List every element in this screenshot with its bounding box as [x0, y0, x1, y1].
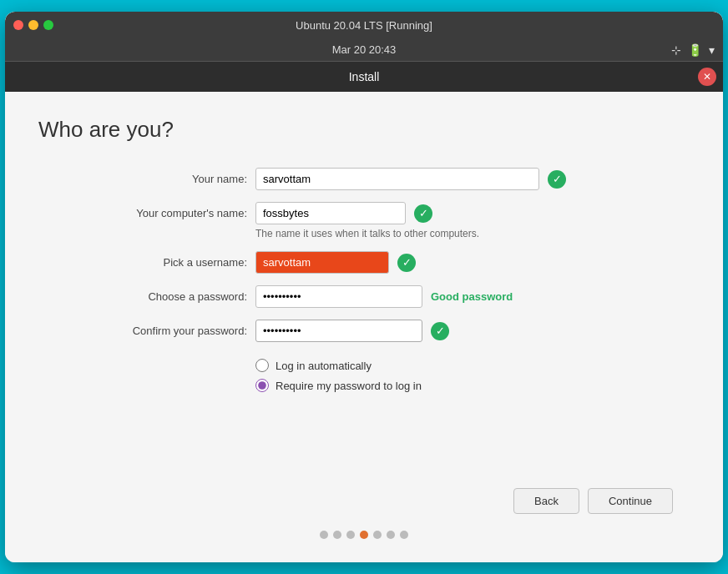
- password-row: Choose a password: Good password: [80, 285, 648, 308]
- menu-arrow-icon[interactable]: ▾: [709, 43, 715, 57]
- username-label: Pick a username:: [80, 256, 247, 269]
- computer-name-input[interactable]: [255, 202, 406, 224]
- progress-dot-7: [400, 531, 408, 539]
- login-password-option[interactable]: Require my password to log in: [255, 379, 648, 392]
- username-check-icon: ✓: [397, 254, 416, 272]
- system-time: Mar 20 20:43: [332, 43, 397, 56]
- name-check-icon: ✓: [548, 170, 566, 189]
- confirm-label: Confirm your password:: [80, 325, 247, 337]
- title-bar: Ubuntu 20.04 LTS [Running]: [5, 12, 723, 38]
- computer-name-hint: The name it uses when it talks to other …: [255, 228, 648, 239]
- progress-dot-1: [320, 531, 328, 539]
- progress-dot-3: [346, 531, 355, 539]
- name-input[interactable]: [255, 168, 539, 190]
- progress-dot-4: [360, 531, 368, 539]
- progress-indicator: [38, 522, 690, 546]
- username-row: Pick a username: ✓: [80, 251, 648, 274]
- confirm-check-icon: ✓: [431, 322, 449, 340]
- login-auto-label: Log in automatically: [276, 360, 372, 372]
- login-password-radio[interactable]: [255, 379, 269, 392]
- password-strength-label: Good password: [431, 290, 513, 303]
- close-traffic-light[interactable]: [13, 20, 23, 30]
- progress-dot-6: [387, 531, 395, 539]
- password-input[interactable]: [255, 285, 422, 308]
- confirm-password-input[interactable]: [255, 320, 422, 342]
- name-label: Your name:: [80, 173, 247, 185]
- action-buttons: Back Continue: [38, 471, 690, 522]
- confirm-password-row: Confirm your password: ✓: [80, 320, 648, 342]
- password-label: Choose a password:: [80, 290, 247, 303]
- network-icon[interactable]: ⊹: [671, 43, 681, 57]
- login-auto-radio[interactable]: [255, 359, 269, 372]
- main-window: Ubuntu 20.04 LTS [Running] Mar 20 20:43 …: [5, 12, 723, 562]
- progress-dot-2: [333, 531, 341, 539]
- user-form: Your name: ✓ Your computer's name: ✓ The…: [80, 168, 648, 392]
- content-area: Who are you? Your name: ✓ Your computer'…: [5, 92, 723, 562]
- minimize-traffic-light[interactable]: [28, 20, 38, 30]
- computer-check-icon: ✓: [414, 204, 432, 223]
- menu-bar: Mar 20 20:43 ⊹ 🔋 ▾: [5, 38, 723, 62]
- progress-dot-5: [373, 531, 382, 539]
- login-auto-option[interactable]: Log in automatically: [255, 359, 648, 372]
- install-close-button[interactable]: ✕: [698, 68, 716, 86]
- system-tray: ⊹ 🔋 ▾: [671, 43, 715, 57]
- continue-button[interactable]: Continue: [588, 488, 673, 514]
- battery-icon[interactable]: 🔋: [688, 43, 702, 57]
- username-input[interactable]: [255, 251, 389, 274]
- window-title: Ubuntu 20.04 LTS [Running]: [296, 19, 432, 32]
- login-options: Log in automatically Require my password…: [255, 359, 648, 392]
- install-title: Install: [349, 70, 380, 83]
- computer-label: Your computer's name:: [80, 207, 247, 219]
- page-heading: Who are you?: [38, 117, 690, 143]
- traffic-lights: [13, 20, 53, 30]
- maximize-traffic-light[interactable]: [43, 20, 53, 30]
- install-header: Install ✕: [5, 62, 723, 92]
- login-password-label: Require my password to log in: [276, 380, 422, 392]
- name-row: Your name: ✓: [80, 168, 648, 190]
- computer-name-row: Your computer's name: ✓: [80, 202, 648, 224]
- back-button[interactable]: Back: [513, 488, 579, 514]
